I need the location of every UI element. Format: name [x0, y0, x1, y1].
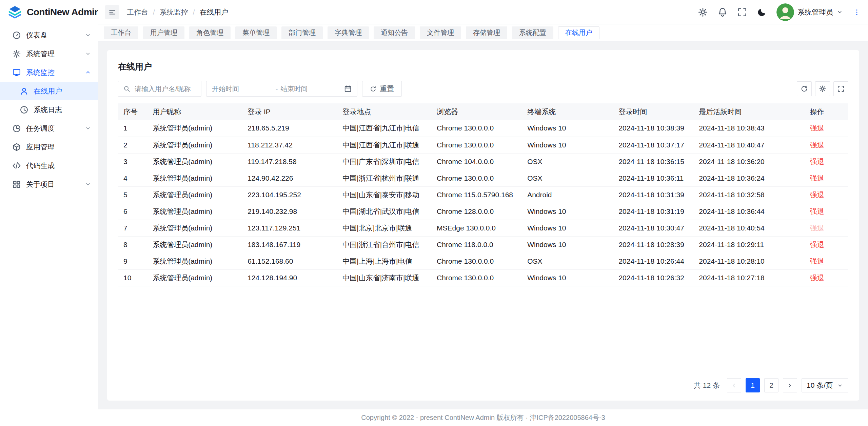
- cell-last-active-time: 2024-11-18 10:29:11: [693, 236, 804, 253]
- tab-workbench[interactable]: 工作台: [104, 26, 138, 39]
- sidebar-item-system-management[interactable]: 系统管理: [0, 44, 98, 63]
- cell-location: 中国|江西省|九江市|联通: [337, 137, 431, 153]
- sidebar-item-label: 系统监控: [26, 68, 80, 77]
- date-range-picker[interactable]: 开始时间 - 结束时间: [206, 81, 357, 97]
- breadcrumb-item[interactable]: 在线用户: [200, 7, 228, 17]
- tab-user-management[interactable]: 用户管理: [143, 26, 184, 39]
- tab-menu-management[interactable]: 菜单管理: [235, 26, 277, 39]
- header-notifications-button[interactable]: [717, 7, 728, 17]
- table-settings-button[interactable]: [815, 81, 830, 96]
- app-logo[interactable]: ContiNew Admin: [0, 0, 98, 24]
- cell-ip: 119.147.218.58: [242, 153, 337, 170]
- cell-login-time: 2024-11-18 10:37:17: [613, 137, 693, 153]
- table-refresh-button[interactable]: [797, 81, 812, 96]
- force-logout-link[interactable]: 强退: [810, 207, 824, 215]
- page-size-select[interactable]: 10 条/页: [802, 378, 848, 392]
- sidebar-item-code-generation[interactable]: 代码生成: [0, 156, 98, 175]
- cell-actions: 强退: [805, 137, 848, 153]
- table-row: 5 系统管理员(admin) 223.104.195.252 中国|山东省|泰安…: [118, 186, 848, 203]
- pagination-next-button[interactable]: [783, 378, 797, 392]
- date-start-placeholder: 开始时间: [212, 84, 273, 94]
- table-row: 6 系统管理员(admin) 219.140.232.98 中国|湖北省|武汉市…: [118, 203, 848, 220]
- cell-os: OSX: [522, 253, 613, 269]
- force-logout-link[interactable]: 强退: [810, 241, 824, 248]
- cell-browser: Chrome 128.0.0.0: [431, 203, 522, 220]
- table-row: 7 系统管理员(admin) 123.117.129.251 中国|北京|北京市…: [118, 220, 848, 236]
- sidebar-item-app-management[interactable]: 应用管理: [0, 138, 98, 156]
- cell-nickname: 系统管理员(admin): [147, 269, 242, 286]
- tab-system-config[interactable]: 系统配置: [512, 26, 553, 39]
- refresh-icon: [801, 85, 808, 93]
- cell-location: 中国|山东省|泰安市|移动: [337, 186, 431, 203]
- sidebar-item-label: 任务调度: [26, 124, 80, 133]
- pagination-page-2-button[interactable]: 2: [764, 378, 778, 392]
- sidebar-item-system-monitor[interactable]: 系统监控: [0, 63, 98, 82]
- cell-location: 中国|上海|上海市|电信: [337, 253, 431, 269]
- cell-login-time: 2024-11-18 10:26:44: [613, 253, 693, 269]
- tab-file-management[interactable]: 文件管理: [420, 26, 461, 39]
- tab-notice[interactable]: 通知公告: [374, 26, 415, 39]
- header-theme-toggle-button[interactable]: [757, 7, 767, 17]
- sidebar-item-online-users[interactable]: 在线用户: [0, 82, 98, 100]
- tab-dict-management[interactable]: 字典管理: [328, 26, 369, 39]
- sidebar-item-dashboard[interactable]: 仪表盘: [0, 26, 98, 44]
- cell-last-active-time: 2024-11-18 10:36:24: [693, 170, 804, 186]
- header-fullscreen-button[interactable]: [737, 7, 747, 17]
- pagination-page-1-button[interactable]: 1: [746, 378, 760, 392]
- column-header-ip: 登录 IP: [242, 103, 337, 120]
- sidebar-item-task-schedule[interactable]: 任务调度: [0, 119, 98, 138]
- force-logout-link[interactable]: 强退: [810, 141, 824, 149]
- force-logout-link[interactable]: 强退: [810, 124, 824, 132]
- content: 在线用户 开始时间 - 结束时间 重置: [98, 41, 868, 409]
- cell-nickname: 系统管理员(admin): [147, 153, 242, 170]
- cell-login-time: 2024-11-18 10:31:39: [613, 186, 693, 203]
- breadcrumb-item[interactable]: 系统监控: [160, 7, 188, 17]
- code-icon: [12, 161, 21, 170]
- gear-icon: [698, 7, 708, 17]
- toolbar: 开始时间 - 结束时间 重置: [118, 81, 848, 97]
- force-logout-link[interactable]: 强退: [810, 274, 824, 282]
- page-title: 在线用户: [118, 61, 848, 72]
- pagination-prev-button: [727, 378, 741, 392]
- ellipsis-vertical-icon: [853, 8, 861, 16]
- force-logout-link[interactable]: 强退: [810, 257, 824, 265]
- force-logout-link[interactable]: 强退: [810, 174, 824, 182]
- cell-nickname: 系统管理员(admin): [147, 253, 242, 269]
- pagination: 共 12 条 12 10 条/页: [694, 378, 848, 392]
- cell-os: Windows 10: [522, 236, 613, 253]
- cell-index: 3: [118, 153, 147, 170]
- cell-nickname: 系统管理员(admin): [147, 137, 242, 153]
- cell-login-time: 2024-11-18 10:36:15: [613, 153, 693, 170]
- cell-last-active-time: 2024-11-18 10:36:44: [693, 203, 804, 220]
- cell-actions: 强退: [805, 203, 848, 220]
- cell-ip: 61.152.168.60: [242, 253, 337, 269]
- sidebar-item-about-project[interactable]: 关于项目: [0, 175, 98, 194]
- tab-online-users[interactable]: 在线用户: [558, 26, 599, 39]
- cell-index: 5: [118, 186, 147, 203]
- sidebar-menu: 仪表盘 系统管理 系统监控 在线用户 系统日志 任务调度 应: [0, 24, 98, 195]
- grid-icon: [12, 180, 21, 189]
- cell-os: Android: [522, 186, 613, 203]
- force-logout-link[interactable]: 强退: [810, 158, 824, 165]
- sidebar-collapse-button[interactable]: [105, 5, 119, 19]
- tab-role-management[interactable]: 角色管理: [189, 26, 231, 39]
- header-settings-button[interactable]: [698, 7, 708, 17]
- cell-last-active-time: 2024-11-18 10:32:58: [693, 186, 804, 203]
- cell-index: 9: [118, 253, 147, 269]
- tab-dept-management[interactable]: 部门管理: [281, 26, 323, 39]
- tab-storage-management[interactable]: 存储管理: [466, 26, 507, 39]
- cell-last-active-time: 2024-11-18 10:36:20: [693, 153, 804, 170]
- user-menu[interactable]: 系统管理员: [776, 3, 843, 21]
- breadcrumb-item[interactable]: 工作台: [127, 7, 148, 17]
- sidebar-item-system-logs[interactable]: 系统日志: [0, 100, 98, 119]
- more-actions-button[interactable]: [853, 8, 861, 16]
- search-input[interactable]: [134, 85, 196, 93]
- table-fullscreen-button[interactable]: [833, 81, 848, 96]
- cell-nickname: 系统管理员(admin): [147, 236, 242, 253]
- cell-actions: 强退: [805, 236, 848, 253]
- cell-login-time: 2024-11-18 10:36:11: [613, 170, 693, 186]
- force-logout-link[interactable]: 强退: [810, 191, 824, 199]
- cell-ip: 183.148.167.119: [242, 236, 337, 253]
- cell-actions: 强退: [805, 253, 848, 269]
- reset-button[interactable]: 重置: [362, 81, 402, 97]
